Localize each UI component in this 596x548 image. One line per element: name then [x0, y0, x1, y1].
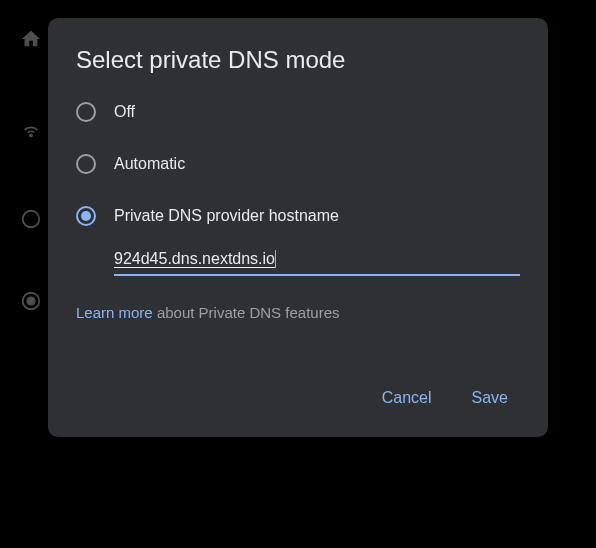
hostname-input-value: 924d45.dns.nextdns.io — [114, 250, 275, 268]
svg-point-2 — [27, 297, 34, 304]
private-dns-dialog: Select private DNS mode Off Automatic Pr… — [48, 18, 548, 437]
radio-icon — [76, 154, 96, 174]
cancel-button[interactable]: Cancel — [378, 381, 436, 415]
learn-more-text: Learn more about Private DNS features — [76, 304, 520, 321]
dialog-actions: Cancel Save — [76, 381, 520, 415]
radio-icon — [76, 102, 96, 122]
radio-label: Off — [114, 103, 135, 121]
save-button[interactable]: Save — [468, 381, 512, 415]
bg-icon-wifi — [20, 118, 42, 144]
bg-icon-target — [20, 290, 42, 316]
radio-dot-icon — [81, 211, 91, 221]
radio-option-automatic[interactable]: Automatic — [76, 154, 520, 174]
hostname-input[interactable]: 924d45.dns.nextdns.io — [114, 250, 520, 276]
learn-more-link[interactable]: Learn more — [76, 304, 153, 321]
text-cursor-icon — [275, 250, 276, 268]
bg-icon-home — [20, 28, 42, 54]
radio-label: Automatic — [114, 155, 185, 173]
radio-label: Private DNS provider hostname — [114, 207, 339, 225]
dns-mode-radio-group: Off Automatic Private DNS provider hostn… — [76, 102, 520, 226]
radio-option-provider-hostname[interactable]: Private DNS provider hostname — [76, 206, 520, 226]
learn-more-suffix: about Private DNS features — [153, 304, 340, 321]
hostname-input-container: 924d45.dns.nextdns.io — [114, 250, 520, 276]
radio-option-off[interactable]: Off — [76, 102, 520, 122]
dialog-title: Select private DNS mode — [76, 46, 520, 74]
radio-icon-selected — [76, 206, 96, 226]
svg-point-0 — [23, 211, 40, 228]
bg-icon-circle — [20, 208, 42, 234]
